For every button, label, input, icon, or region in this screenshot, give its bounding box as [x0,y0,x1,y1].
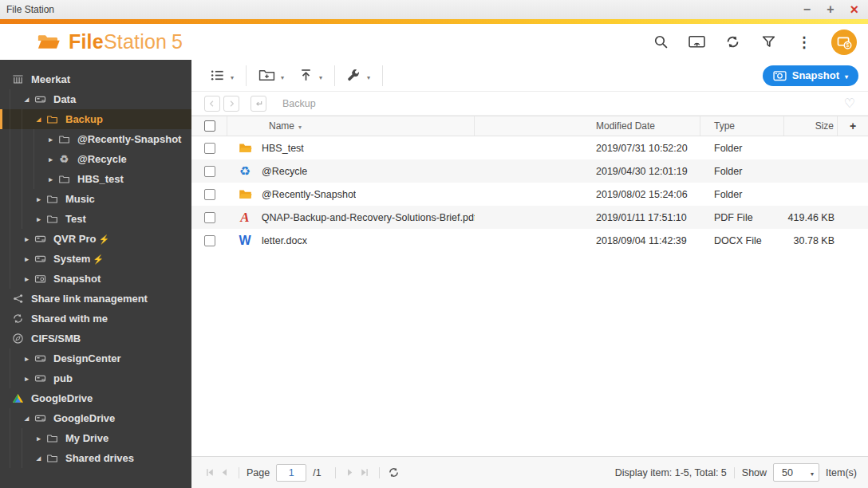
row-end-spacer [838,229,868,252]
bolt-icon [98,233,109,245]
sidebar-item-designcenter[interactable]: DesignCenter [0,348,191,368]
sidebar-item-backup[interactable]: Backup [0,109,191,129]
sidebar-item-cifs-smb[interactable]: CIFS/SMB [0,329,191,348]
expand-arrow-icon[interactable] [22,375,32,383]
collapse-arrow-icon[interactable] [22,415,32,422]
sidebar-item-qvr-pro[interactable]: QVR Pro [0,229,191,249]
row-check-cell [191,159,227,183]
expand-arrow-icon[interactable] [45,155,56,163]
snapshot-button[interactable]: Snapshot [763,65,858,86]
refresh-icon[interactable] [724,33,741,51]
tree-indent-guide [10,169,22,189]
previous-page-button[interactable] [217,466,231,480]
main-area: MeerkatDataBackup@Recently-Snapshot♻@Rec… [0,60,868,488]
search-icon[interactable] [652,33,669,51]
expand-arrow-icon[interactable] [22,255,32,263]
page-size-select[interactable]: 50 [773,463,819,482]
sidebar-item-meerkat[interactable]: Meerkat [0,69,191,89]
tree-indent-guide [10,129,22,149]
path-bar: Backup [191,92,868,116]
expand-arrow-icon[interactable] [22,275,32,283]
column-header-type[interactable]: Type [700,116,784,136]
sidebar-item-googledrive[interactable]: GoogleDrive [0,388,191,408]
collapse-arrow-icon[interactable] [34,455,44,462]
page-label: Page [247,467,270,478]
row-checkbox[interactable] [204,189,215,200]
more-options-icon[interactable] [795,33,813,51]
sidebar-item-googledrive[interactable]: GoogleDrive [0,408,191,428]
row-checkbox[interactable] [204,143,215,154]
collapse-arrow-icon[interactable] [34,116,44,123]
add-column-button[interactable]: + [838,116,868,136]
items-label: Item(s) [826,467,857,478]
expand-arrow-icon[interactable] [34,195,44,203]
back-icon [207,99,217,108]
next-page-button[interactable] [343,466,357,480]
table-row[interactable]: @Recently-Snapshot2019/08/02 15:24:06Fol… [191,183,868,206]
column-header-modified-date[interactable]: Modified Date [475,116,700,136]
refresh-list-icon[interactable] [387,466,401,480]
collapse-arrow-icon[interactable] [22,96,32,103]
row-checkbox[interactable] [204,166,215,177]
back-button[interactable] [204,96,220,112]
expand-arrow-icon[interactable] [22,355,32,363]
row-check-cell [191,136,227,159]
table-row[interactable]: AQNAP-Backup-and-Recovery-Solutions-Brie… [191,206,868,229]
sidebar-item-pub[interactable]: pub [0,368,191,388]
upload-dropdown-caret[interactable] [319,69,322,83]
bolt-icon [93,253,104,265]
snapshot-dropdown-caret[interactable] [845,69,848,81]
header-actions: $ [652,30,857,55]
favorite-heart-icon[interactable] [844,96,855,111]
folder-icon [44,193,60,206]
maximize-icon[interactable] [827,3,834,16]
expand-arrow-icon[interactable] [34,215,44,223]
go-up-button[interactable] [251,96,266,112]
sidebar-item-recycle[interactable]: ♻@Recycle [0,149,191,169]
sidebar-item-hbs-test[interactable]: HBS_test [0,169,191,189]
view-list-dropdown-caret[interactable] [231,69,234,83]
row-checkbox[interactable] [204,235,215,246]
select-all-checkbox[interactable] [204,120,215,132]
expand-arrow-icon[interactable] [45,136,56,144]
column-header-size[interactable]: Size [784,116,838,136]
first-page-button[interactable] [203,466,217,480]
sidebar-item-my-drive[interactable]: My Drive [0,428,191,448]
expand-arrow-icon[interactable] [22,235,32,243]
tools-button[interactable] [340,65,377,87]
expand-arrow-icon[interactable] [34,435,44,443]
tree-indent-guide [10,348,22,368]
expand-arrow-icon[interactable] [45,175,56,183]
background-task-icon[interactable]: $ [831,30,857,55]
sidebar-item-shared-drives[interactable]: Shared drives [0,448,191,468]
page-input[interactable] [276,464,306,482]
tree-indent-guide [22,149,34,169]
sidebar-item-share-link-management[interactable]: Share link management [0,289,191,309]
minimize-icon[interactable] [803,3,811,16]
forward-button[interactable] [223,96,239,112]
table-row[interactable]: Wletter.docx2018/09/04 11:42:39DOCX File… [191,229,868,252]
column-header-name[interactable]: Name [227,116,475,136]
table-row[interactable]: ♻@Recycle2019/04/30 12:01:19Folder [191,159,868,183]
sidebar-item-data[interactable]: Data [0,89,191,109]
tree-indent-guide [34,129,45,149]
sidebar-item-snapshot[interactable]: Snapshot [0,269,191,289]
sidebar-item-recently-snapshot[interactable]: @Recently-Snapshot [0,129,191,149]
create-folder-button[interactable] [251,65,291,87]
sidebar-item-test[interactable]: Test [0,209,191,229]
sidebar-item-system[interactable]: System [0,249,191,269]
row-checkbox[interactable] [204,212,215,223]
table-row[interactable]: HBS_test2019/07/31 10:52:20Folder [191,136,868,159]
sidebar-item-music[interactable]: Music [0,189,191,209]
show-label: Show [742,467,767,478]
tools-dropdown-caret[interactable] [367,69,370,83]
upload-button[interactable] [291,65,329,87]
view-list-button[interactable] [203,65,241,87]
create-folder-dropdown-caret[interactable] [281,69,284,83]
sidebar-item-shared-with-me[interactable]: Shared with me [0,309,191,329]
word-file-icon: W [236,234,254,248]
filter-icon[interactable] [760,33,777,51]
remote-display-icon[interactable] [688,33,705,51]
last-page-button[interactable] [357,466,372,480]
close-icon[interactable] [850,2,858,17]
